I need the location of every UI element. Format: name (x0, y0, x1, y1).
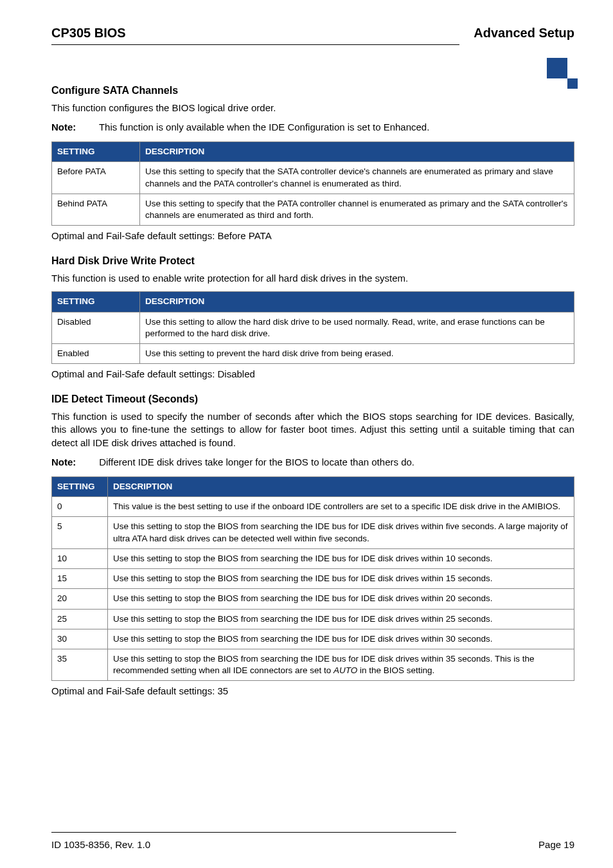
cell-desc: Use this setting to stop the BIOS from s… (108, 609, 574, 629)
th-setting: SETTING (52, 477, 108, 497)
header-left: CP305 BIOS (51, 26, 126, 41)
sata-default: Optimal and Fail-Safe default settings: … (51, 230, 574, 242)
cell-setting: Behind PATA (52, 194, 140, 225)
note-label: Note: (51, 121, 96, 134)
footer-rule (51, 832, 456, 833)
th-setting: SETTING (52, 292, 140, 312)
cell-setting: 35 (52, 649, 108, 680)
table-row: 25 Use this setting to stop the BIOS fro… (52, 609, 574, 629)
hdd-table: SETTING DESCRIPTION Disabled Use this se… (51, 291, 574, 364)
hdd-default: Optimal and Fail-Safe default settings: … (51, 368, 574, 381)
sata-intro: This function configures the BIOS logica… (51, 102, 574, 114)
cell-desc: Use this setting to stop the BIOS from s… (108, 589, 574, 609)
th-description: DESCRIPTION (108, 477, 574, 497)
th-description: DESCRIPTION (140, 142, 574, 162)
cell-setting: 30 (52, 629, 108, 649)
table-row: 20 Use this setting to stop the BIOS fro… (52, 589, 574, 609)
header-rule (51, 44, 459, 45)
table-row: 30 Use this setting to stop the BIOS fro… (52, 629, 574, 649)
section-title-hdd: Hard Disk Drive Write Protect (51, 254, 574, 268)
cell-setting: 15 (52, 569, 108, 589)
th-description: DESCRIPTION (140, 292, 574, 312)
ide-table: SETTING DESCRIPTION 0 This value is the … (51, 476, 574, 681)
brand-logo (547, 58, 578, 89)
cell-desc-em: AUTO (333, 665, 357, 675)
cell-setting: 10 (52, 548, 108, 568)
table-row: 0 This value is the best setting to use … (52, 497, 574, 517)
table-row: Behind PATA Use this setting to specify … (52, 194, 574, 225)
table-row: Before PATA Use this setting to specify … (52, 162, 574, 194)
cell-setting: 25 (52, 609, 108, 629)
section-title-sata: Configure SATA Channels (51, 84, 574, 98)
cell-desc-post: in the BIOS setting. (357, 665, 434, 675)
cell-desc: Use this setting to specify that the SAT… (140, 162, 574, 194)
note-text: This function is only available when the… (99, 122, 429, 132)
ide-intro: This function is used to specify the num… (51, 410, 574, 449)
ide-default: Optimal and Fail-Safe default settings: … (51, 685, 574, 698)
footer-right: Page 19 (538, 839, 574, 850)
cell-setting: Disabled (52, 312, 140, 343)
note-text: Different IDE disk drives take longer fo… (99, 457, 414, 467)
header-right: Advanced Setup (474, 26, 574, 41)
table-row: 35 Use this setting to stop the BIOS fro… (52, 649, 574, 680)
table-row: 10 Use this setting to stop the BIOS fro… (52, 548, 574, 568)
cell-setting: 0 (52, 497, 108, 517)
cell-desc: Use this setting to prevent the hard dis… (140, 343, 574, 363)
cell-setting: 20 (52, 589, 108, 609)
cell-desc: Use this setting to specify that the PAT… (140, 194, 574, 225)
sata-table: SETTING DESCRIPTION Before PATA Use this… (51, 141, 574, 226)
cell-desc: Use this setting to stop the BIOS from s… (108, 548, 574, 568)
cell-desc: Use this setting to stop the BIOS from s… (108, 569, 574, 589)
table-row: 5 Use this setting to stop the BIOS from… (52, 517, 574, 548)
cell-desc: Use this setting to allow the hard disk … (140, 312, 574, 343)
cell-desc: This value is the best setting to use if… (108, 497, 574, 517)
cell-setting: 5 (52, 517, 108, 548)
footer-left: ID 1035-8356, Rev. 1.0 (51, 839, 150, 850)
section-title-ide: IDE Detect Timeout (Seconds) (51, 392, 574, 406)
table-row: 15 Use this setting to stop the BIOS fro… (52, 569, 574, 589)
table-row: Disabled Use this setting to allow the h… (52, 312, 574, 343)
hdd-intro: This function is used to enable write pr… (51, 272, 574, 285)
sata-note: Note: This function is only available wh… (51, 121, 574, 134)
cell-setting: Enabled (52, 343, 140, 363)
th-setting: SETTING (52, 142, 140, 162)
note-label: Note: (51, 456, 96, 469)
cell-desc: Use this setting to stop the BIOS from s… (108, 629, 574, 649)
table-row: Enabled Use this setting to prevent the … (52, 343, 574, 363)
cell-setting: Before PATA (52, 162, 140, 194)
cell-desc: Use this setting to stop the BIOS from s… (108, 517, 574, 548)
cell-desc: Use this setting to stop the BIOS from s… (108, 649, 574, 680)
cell-desc-pre: Use this setting to stop the BIOS from s… (113, 654, 535, 675)
ide-note: Note: Different IDE disk drives take lon… (51, 456, 574, 469)
